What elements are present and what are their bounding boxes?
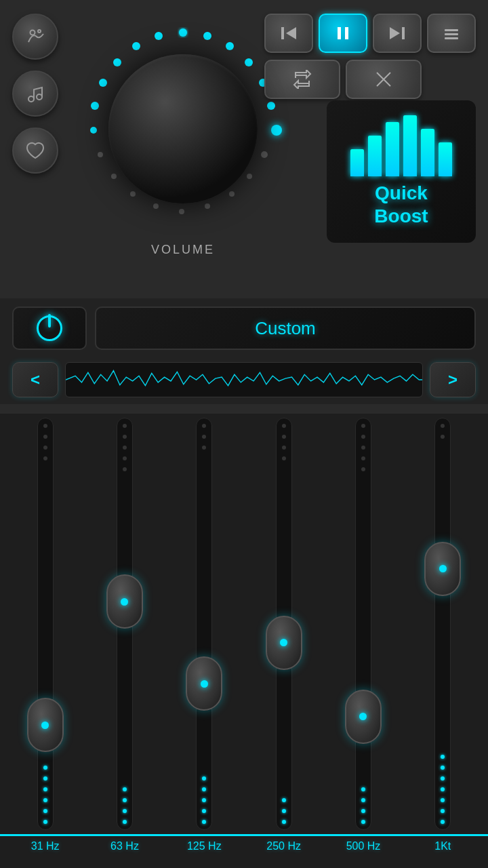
eq-bars-visual xyxy=(344,115,459,176)
freq-labels: 31 Hz 63 Hz 125 Hz 250 Hz 500 Hz 1Kt xyxy=(0,834,488,855)
volume-label: VOLUME xyxy=(151,243,215,257)
slider-track-5 xyxy=(355,418,371,830)
effects-button[interactable] xyxy=(12,14,58,60)
sliders-container xyxy=(0,414,488,834)
eq-band-250hz xyxy=(244,414,323,834)
svg-point-6 xyxy=(226,42,234,50)
svg-marker-31 xyxy=(390,27,400,39)
slider-track-1 xyxy=(37,418,54,830)
knob-body[interactable] xyxy=(108,54,258,203)
slider-track-6 xyxy=(434,418,451,830)
svg-point-1 xyxy=(38,30,41,33)
svg-point-22 xyxy=(229,191,235,197)
svg-point-7 xyxy=(245,58,253,66)
svg-marker-27 xyxy=(286,27,296,39)
svg-point-20 xyxy=(179,209,184,214)
next-button[interactable] xyxy=(373,14,422,53)
svg-point-5 xyxy=(203,32,211,40)
svg-point-19 xyxy=(153,203,159,209)
svg-point-11 xyxy=(132,42,140,50)
svg-point-18 xyxy=(130,191,136,197)
prev-button[interactable] xyxy=(264,14,313,53)
svg-rect-29 xyxy=(345,27,348,39)
svg-point-0 xyxy=(30,31,35,35)
slider-track-4 xyxy=(276,418,292,830)
svg-point-17 xyxy=(111,174,117,179)
svg-rect-26 xyxy=(281,27,284,39)
svg-point-13 xyxy=(99,79,107,87)
eq-section: 31 Hz 63 Hz 125 Hz 250 Hz 500 Hz 1Kt xyxy=(0,414,488,868)
freq-label-63hz: 63 Hz xyxy=(85,840,164,852)
slider-thumb-4[interactable] xyxy=(266,616,302,670)
quick-boost-panel[interactable]: QuickBoost xyxy=(327,100,476,243)
svg-point-14 xyxy=(91,102,99,110)
slider-thumb-5[interactable] xyxy=(345,690,382,744)
svg-point-9 xyxy=(267,102,275,110)
eq-band-500hz xyxy=(323,414,403,834)
music-button[interactable] xyxy=(12,71,58,117)
eq-band-1kt xyxy=(403,414,483,834)
svg-point-16 xyxy=(98,152,103,157)
svg-point-4 xyxy=(179,28,187,37)
favorite-button[interactable] xyxy=(12,127,58,174)
playback-controls xyxy=(264,14,476,99)
quick-boost-label: QuickBoost xyxy=(374,182,428,227)
left-sidebar xyxy=(12,14,58,174)
waveform-display xyxy=(65,362,423,397)
svg-point-25 xyxy=(271,125,282,136)
slider-thumb-2[interactable] xyxy=(106,574,143,629)
svg-rect-34 xyxy=(445,37,458,39)
svg-rect-28 xyxy=(338,27,341,39)
freq-label-125hz: 125 Hz xyxy=(165,840,244,852)
volume-knob-area: VOLUME xyxy=(68,20,298,278)
power-button[interactable] xyxy=(12,307,87,350)
repeat-button[interactable] xyxy=(264,60,340,99)
svg-point-10 xyxy=(155,32,163,40)
slider-thumb-1[interactable] xyxy=(27,698,64,752)
prev-preset-button[interactable]: < xyxy=(12,362,58,397)
freq-label-500hz: 500 Hz xyxy=(323,840,403,852)
svg-point-15 xyxy=(90,127,97,134)
svg-rect-33 xyxy=(445,33,458,35)
svg-point-21 xyxy=(205,203,210,209)
custom-preset-button[interactable]: Custom xyxy=(95,307,476,350)
svg-point-3 xyxy=(37,94,42,100)
shuffle-button[interactable] xyxy=(346,60,422,99)
svg-point-12 xyxy=(113,58,121,66)
freq-label-1kt: 1Kt xyxy=(403,840,483,852)
freq-label-31hz: 31 Hz xyxy=(5,840,85,852)
slider-track-2 xyxy=(117,418,133,830)
menu-button[interactable] xyxy=(427,14,476,53)
waveform-row: < > xyxy=(12,358,476,404)
next-preset-button[interactable]: > xyxy=(430,362,476,397)
slider-thumb-6[interactable] xyxy=(424,542,461,596)
svg-rect-32 xyxy=(445,29,458,31)
volume-knob[interactable] xyxy=(75,20,291,237)
freq-label-250hz: 250 Hz xyxy=(244,840,323,852)
pause-button[interactable] xyxy=(319,14,367,53)
middle-section: Custom < > xyxy=(0,298,488,404)
svg-point-2 xyxy=(28,96,34,102)
dots-top-1 xyxy=(43,424,47,460)
custom-label: Custom xyxy=(255,318,316,339)
dots-bottom-1 xyxy=(43,766,47,824)
svg-rect-30 xyxy=(402,27,405,39)
preset-row: Custom xyxy=(12,298,476,358)
eq-band-63hz xyxy=(85,414,164,834)
svg-point-24 xyxy=(261,151,268,158)
svg-point-23 xyxy=(247,174,252,179)
eq-band-125hz xyxy=(165,414,244,834)
slider-thumb-3[interactable] xyxy=(186,656,222,711)
eq-band-31hz xyxy=(5,414,85,834)
slider-track-3 xyxy=(196,418,212,830)
